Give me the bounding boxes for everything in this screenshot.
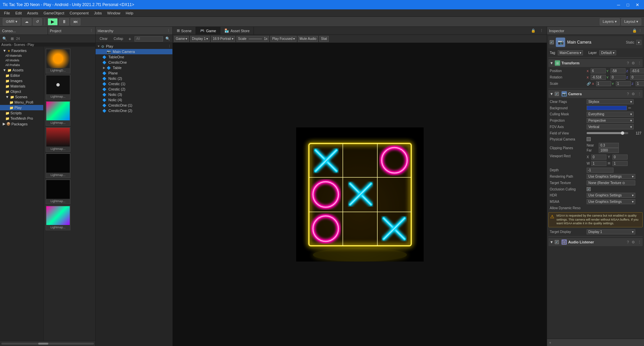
audio-settings-icon[interactable]: ⚙: [632, 240, 635, 244]
tree-images[interactable]: 📁 Images: [0, 78, 43, 83]
tree-object[interactable]: 📁 Object: [0, 89, 43, 94]
hierarchy-nolic4[interactable]: 🔷 Nolic (4): [96, 97, 172, 103]
tree-scenes[interactable]: ▼ 📁 Scenes: [0, 94, 43, 100]
tab-asset-store[interactable]: 🏪 Asset Store: [220, 27, 254, 35]
pos-x[interactable]: [591, 68, 606, 73]
tree-all-materials[interactable]: All Materials: [0, 53, 43, 58]
transform-help-icon[interactable]: ?: [627, 61, 629, 65]
tree-editor[interactable]: 📁 Editor: [0, 73, 43, 78]
camera-menu-icon[interactable]: ⋮: [638, 92, 641, 96]
mr-dropdown[interactable]: ⊙ MR ▾: [3, 18, 20, 25]
menu-help[interactable]: Help: [123, 10, 136, 16]
menu-gameobject[interactable]: GameObject: [41, 10, 67, 16]
camera-settings-icon[interactable]: ⚙: [632, 92, 635, 96]
game-stat[interactable]: Stat: [319, 36, 329, 42]
tree-all-models[interactable]: All Models: [0, 58, 43, 63]
hierarchy-main-camera[interactable]: 📷 Main Camera: [96, 49, 172, 54]
asset-lightmap4[interactable]: Lightmap...: [46, 153, 70, 178]
asset-lightmap5[interactable]: Lightmap...: [46, 179, 70, 204]
physical-camera-checkbox[interactable]: [587, 137, 591, 141]
pause-button[interactable]: ⏸: [59, 18, 69, 25]
hierarchy-nolic2[interactable]: 🔷 Nolic (2): [96, 76, 172, 81]
game-play-focused[interactable]: Play Focused ▾: [270, 36, 297, 42]
game-scale-control[interactable]: Scale 1x: [236, 36, 269, 42]
audio-menu-icon[interactable]: ⋮: [638, 240, 641, 244]
hierarchy-cresticone2[interactable]: 🔷 CresticOne (2): [96, 108, 172, 113]
add-component-icon[interactable]: +: [549, 341, 551, 345]
scale-x[interactable]: [596, 81, 611, 86]
hierarchy-table[interactable]: ▶ 🔷 Table: [96, 65, 172, 70]
object-active-checkbox[interactable]: [550, 40, 554, 44]
close-button[interactable]: ✕: [633, 1, 641, 8]
refresh-button[interactable]: ↺: [33, 18, 42, 25]
scale-z[interactable]: [636, 81, 644, 86]
breadcrumb-scenes[interactable]: Scenes: [14, 43, 25, 47]
scrollbar-track[interactable]: [1, 343, 94, 345]
project-menu-icon[interactable]: ⋮: [90, 28, 93, 33]
scale-y[interactable]: [616, 81, 631, 86]
cloud-button[interactable]: ☁: [22, 18, 32, 25]
near-field[interactable]: [599, 143, 619, 148]
audio-listener-header[interactable]: ▼ 🎧 Audio Listener ? ⚙ ⋮: [548, 238, 643, 246]
tree-menu-profi[interactable]: 📁 Menu_Profi: [0, 100, 43, 105]
game-aspect-dropdown[interactable]: 16:9 Portrait ▾: [211, 36, 235, 42]
transform-settings-icon[interactable]: ⚙: [632, 61, 635, 65]
fov-axis-dropdown[interactable]: Vertical ▾: [587, 124, 634, 129]
rot-y[interactable]: [610, 75, 626, 80]
hierarchy-search[interactable]: [135, 36, 163, 42]
pos-y[interactable]: [610, 68, 626, 73]
hierarchy-play-scene[interactable]: ▼ ⊙ Play ⋮: [96, 44, 172, 49]
inspector-lock-icon[interactable]: 🔒: [632, 28, 637, 33]
hierarchy-collapse-btn[interactable]: Collap: [112, 36, 125, 42]
hierarchy-crestic1[interactable]: 🔷 Crestic (1): [96, 81, 172, 86]
menu-edit[interactable]: Edit: [13, 10, 24, 16]
depth-field[interactable]: [587, 168, 613, 173]
tree-materials[interactable]: 📁 Materials: [0, 83, 43, 89]
asset-lightingd[interactable]: LightingD...: [46, 49, 70, 73]
scrollbar-thumb[interactable]: [38, 343, 48, 345]
tree-play[interactable]: 📁 Play: [0, 105, 43, 110]
tab-scene[interactable]: ⊞ Scene: [173, 27, 196, 35]
tag-dropdown[interactable]: MainCamera ▾: [558, 50, 583, 55]
asset-lightmap6[interactable]: Lightmap...: [46, 206, 70, 230]
project-search-btn[interactable]: 🔍: [1, 36, 8, 42]
breadcrumb-play[interactable]: Play: [28, 43, 34, 47]
culling-mask-dropdown[interactable]: Everything ▾: [587, 112, 634, 117]
tree-favorites[interactable]: ▼ ★ Favorites: [0, 48, 43, 53]
target-display-dropdown[interactable]: Display 1 ▾: [587, 229, 635, 234]
camera-enabled-checkbox[interactable]: [555, 92, 559, 96]
fov-slider-handle[interactable]: [621, 131, 624, 135]
hierarchy-cresticone[interactable]: 🔷 CresticOne: [96, 60, 172, 65]
game-mute-audio[interactable]: Mute Audio: [298, 36, 318, 42]
maximize-button[interactable]: □: [624, 1, 632, 8]
project-view-btn[interactable]: ⊞: [9, 36, 15, 42]
menu-window[interactable]: Window: [105, 10, 123, 16]
tree-all-prefabs[interactable]: All Prefabs: [0, 63, 43, 67]
camera-header[interactable]: ▼ 📷 Camera ? ⚙ ⋮: [548, 90, 643, 98]
audio-help-icon[interactable]: ?: [627, 240, 629, 244]
vr-y[interactable]: [612, 155, 628, 160]
center-menu-btn[interactable]: ⋮: [538, 28, 545, 34]
fov-slider-track[interactable]: [587, 132, 628, 134]
far-field[interactable]: [599, 148, 619, 153]
menu-assets[interactable]: Assets: [24, 10, 41, 16]
audio-enabled-checkbox[interactable]: [555, 240, 559, 244]
hierarchy-clear-btn[interactable]: Clear: [97, 36, 110, 42]
background-edit-icon[interactable]: ✏: [628, 106, 631, 110]
scene-options-icon[interactable]: ⋮: [168, 45, 171, 48]
transform-menu-icon[interactable]: ⋮: [638, 61, 641, 65]
menu-file[interactable]: File: [1, 10, 13, 16]
vr-w[interactable]: [591, 161, 606, 166]
breadcrumb-assets[interactable]: Assets: [1, 43, 11, 47]
hierarchy-search-btn[interactable]: 🔍: [164, 36, 171, 42]
game-display1-dropdown[interactable]: Display 1 ▾: [190, 36, 210, 42]
tree-packages[interactable]: ▶ 📦 Packages: [0, 121, 43, 127]
layer-dropdown[interactable]: Default ▾: [599, 50, 616, 55]
hierarchy-plane[interactable]: 🔷 Plane: [96, 70, 172, 76]
game-display-dropdown[interactable]: Game ▾: [174, 36, 189, 42]
menu-jobs[interactable]: Jobs: [91, 10, 104, 16]
minimize-button[interactable]: ─: [614, 1, 623, 8]
transform-header[interactable]: ▼ ⊞ Transform ? ⚙ ⋮: [548, 59, 643, 67]
rendering-path-dropdown[interactable]: Use Graphics Settings ▾: [587, 174, 635, 179]
inspector-menu-icon[interactable]: ⋮: [638, 28, 642, 33]
